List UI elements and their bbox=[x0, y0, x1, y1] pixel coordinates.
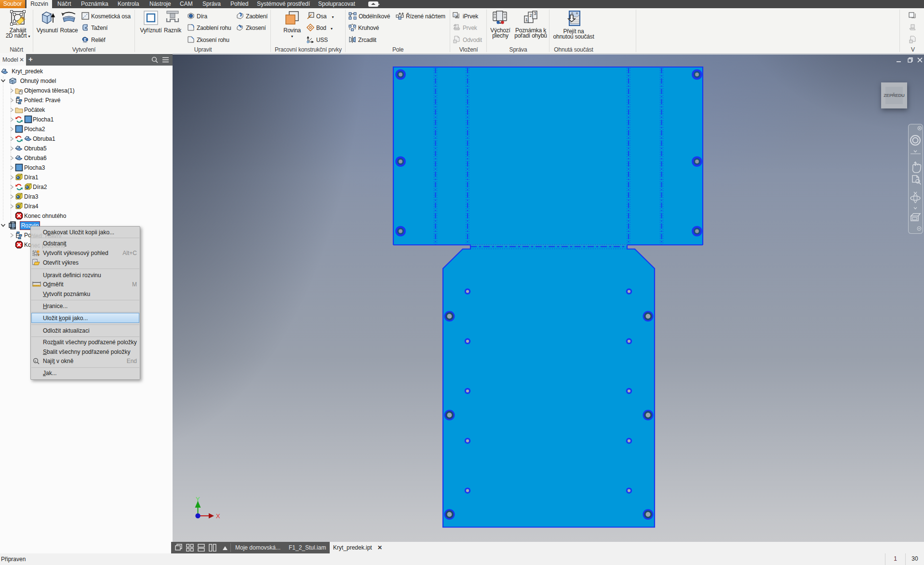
svg-text:X: X bbox=[216, 512, 220, 520]
svg-text:1: 1 bbox=[525, 17, 528, 22]
svg-text:2: 2 bbox=[530, 13, 532, 18]
svg-text:3: 3 bbox=[534, 11, 536, 16]
